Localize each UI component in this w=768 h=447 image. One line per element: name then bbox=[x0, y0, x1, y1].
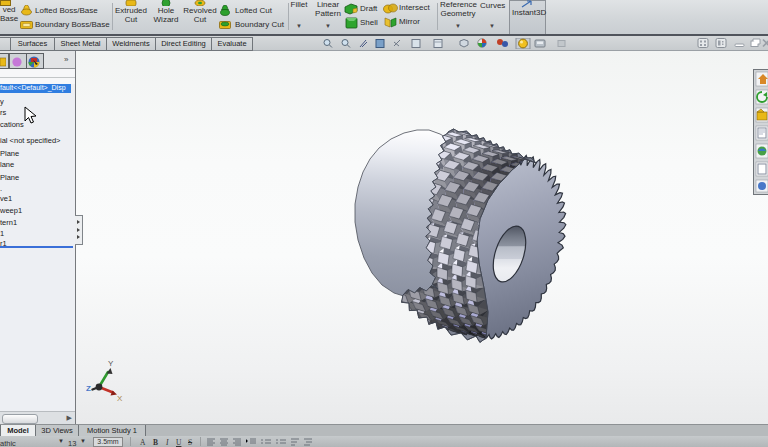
svg-text:Y: Y bbox=[108, 359, 114, 368]
svg-text:X: X bbox=[117, 394, 123, 401]
svg-text:Z: Z bbox=[86, 384, 91, 393]
